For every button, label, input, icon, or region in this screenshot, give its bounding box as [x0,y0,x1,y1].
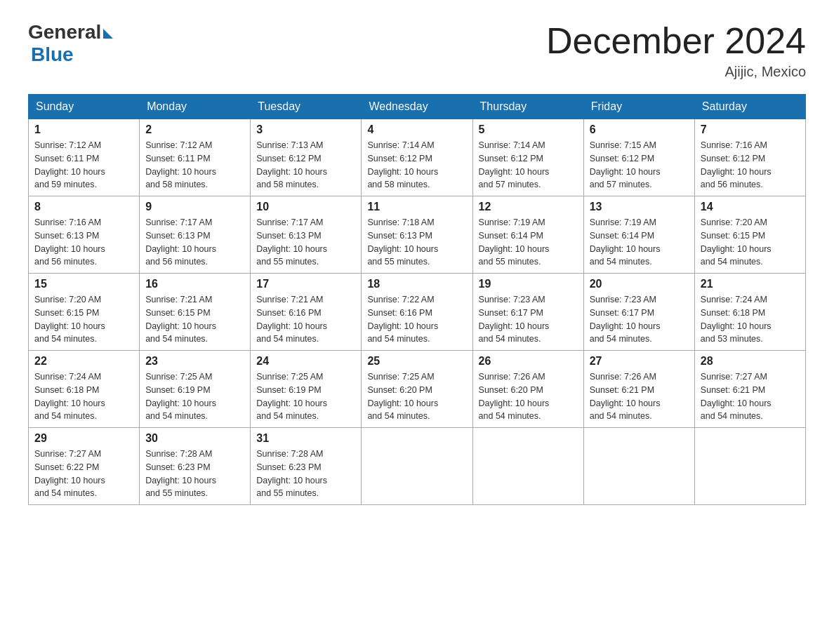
calendar-header-row: SundayMondayTuesdayWednesdayThursdayFrid… [29,95,806,119]
day-info: Sunrise: 7:17 AM Sunset: 6:13 PM Dayligh… [145,216,244,269]
day-info: Sunrise: 7:26 AM Sunset: 6:20 PM Dayligh… [479,370,578,423]
day-number: 5 [479,123,578,136]
day-number: 28 [701,355,800,368]
day-info: Sunrise: 7:14 AM Sunset: 6:12 PM Dayligh… [479,139,578,192]
day-number: 21 [701,278,800,290]
day-info: Sunrise: 7:14 AM Sunset: 6:12 PM Dayligh… [367,139,466,192]
calendar-day-cell: 16 Sunrise: 7:21 AM Sunset: 6:15 PM Dayl… [140,274,251,351]
logo: General Blue [28,21,113,66]
weekday-header: Saturday [694,95,805,119]
day-number: 22 [34,355,133,368]
logo-blue-text: Blue [31,43,74,66]
calendar-day-cell: 4 Sunrise: 7:14 AM Sunset: 6:12 PM Dayli… [362,119,472,196]
day-number: 17 [256,278,355,290]
day-info: Sunrise: 7:23 AM Sunset: 6:17 PM Dayligh… [590,293,689,346]
day-info: Sunrise: 7:19 AM Sunset: 6:14 PM Dayligh… [590,216,689,269]
weekday-header: Tuesday [251,95,362,119]
day-info: Sunrise: 7:23 AM Sunset: 6:17 PM Dayligh… [479,293,578,346]
day-number: 16 [145,278,244,290]
calendar-day-cell: 22 Sunrise: 7:24 AM Sunset: 6:18 PM Dayl… [29,351,140,428]
calendar-day-cell: 1 Sunrise: 7:12 AM Sunset: 6:11 PM Dayli… [29,119,140,196]
day-number: 20 [590,278,689,290]
day-number: 31 [256,432,355,445]
day-number: 8 [34,201,133,213]
calendar-day-cell: 20 Sunrise: 7:23 AM Sunset: 6:17 PM Dayl… [583,274,694,351]
day-info: Sunrise: 7:21 AM Sunset: 6:15 PM Dayligh… [145,293,244,346]
day-info: Sunrise: 7:24 AM Sunset: 6:18 PM Dayligh… [701,293,800,346]
day-info: Sunrise: 7:17 AM Sunset: 6:13 PM Dayligh… [256,216,355,269]
title-block: December 2024 Ajijic, Mexico [546,21,806,80]
calendar-day-cell [362,428,472,505]
calendar-day-cell: 19 Sunrise: 7:23 AM Sunset: 6:17 PM Dayl… [472,274,583,351]
day-info: Sunrise: 7:25 AM Sunset: 6:20 PM Dayligh… [367,370,466,423]
calendar-week-row: 8 Sunrise: 7:16 AM Sunset: 6:13 PM Dayli… [29,196,806,274]
day-number: 14 [701,201,800,213]
calendar-day-cell: 7 Sunrise: 7:16 AM Sunset: 6:12 PM Dayli… [694,119,805,196]
month-title: December 2024 [546,21,806,61]
weekday-header: Sunday [29,95,140,119]
calendar-day-cell: 15 Sunrise: 7:20 AM Sunset: 6:15 PM Dayl… [29,274,140,351]
weekday-header: Wednesday [362,95,472,119]
calendar-day-cell: 14 Sunrise: 7:20 AM Sunset: 6:15 PM Dayl… [694,196,805,274]
calendar-day-cell: 3 Sunrise: 7:13 AM Sunset: 6:12 PM Dayli… [251,119,362,196]
day-info: Sunrise: 7:26 AM Sunset: 6:21 PM Dayligh… [590,370,689,423]
day-number: 2 [145,123,244,136]
calendar-day-cell: 23 Sunrise: 7:25 AM Sunset: 6:19 PM Dayl… [140,351,251,428]
calendar-day-cell: 10 Sunrise: 7:17 AM Sunset: 6:13 PM Dayl… [251,196,362,274]
day-number: 10 [256,201,355,213]
day-info: Sunrise: 7:12 AM Sunset: 6:11 PM Dayligh… [145,139,244,192]
day-info: Sunrise: 7:27 AM Sunset: 6:21 PM Dayligh… [701,370,800,423]
calendar-day-cell: 13 Sunrise: 7:19 AM Sunset: 6:14 PM Dayl… [583,196,694,274]
day-info: Sunrise: 7:13 AM Sunset: 6:12 PM Dayligh… [256,139,355,192]
calendar-day-cell: 24 Sunrise: 7:25 AM Sunset: 6:19 PM Dayl… [251,351,362,428]
weekday-header: Friday [583,95,694,119]
page-header: General Blue December 2024 Ajijic, Mexic… [28,21,806,80]
day-number: 24 [256,355,355,368]
logo-general-text: General [28,21,101,43]
day-number: 4 [367,123,466,136]
calendar-day-cell: 25 Sunrise: 7:25 AM Sunset: 6:20 PM Dayl… [362,351,472,428]
logo-arrow-icon [103,29,113,39]
day-number: 6 [590,123,689,136]
calendar-week-row: 1 Sunrise: 7:12 AM Sunset: 6:11 PM Dayli… [29,119,806,196]
day-number: 15 [34,278,133,290]
day-number: 11 [367,201,466,213]
calendar-day-cell: 11 Sunrise: 7:18 AM Sunset: 6:13 PM Dayl… [362,196,472,274]
day-number: 23 [145,355,244,368]
calendar-day-cell: 28 Sunrise: 7:27 AM Sunset: 6:21 PM Dayl… [694,351,805,428]
day-info: Sunrise: 7:19 AM Sunset: 6:14 PM Dayligh… [479,216,578,269]
day-info: Sunrise: 7:27 AM Sunset: 6:22 PM Dayligh… [34,448,133,500]
calendar-day-cell: 9 Sunrise: 7:17 AM Sunset: 6:13 PM Dayli… [140,196,251,274]
day-number: 12 [479,201,578,213]
day-number: 30 [145,432,244,445]
calendar-day-cell [472,428,583,505]
day-info: Sunrise: 7:28 AM Sunset: 6:23 PM Dayligh… [256,448,355,500]
day-number: 26 [479,355,578,368]
day-info: Sunrise: 7:25 AM Sunset: 6:19 PM Dayligh… [256,370,355,423]
day-info: Sunrise: 7:24 AM Sunset: 6:18 PM Dayligh… [34,370,133,423]
calendar-day-cell [694,428,805,505]
calendar-day-cell: 31 Sunrise: 7:28 AM Sunset: 6:23 PM Dayl… [251,428,362,505]
calendar-day-cell: 21 Sunrise: 7:24 AM Sunset: 6:18 PM Dayl… [694,274,805,351]
day-info: Sunrise: 7:28 AM Sunset: 6:23 PM Dayligh… [145,448,244,500]
day-number: 19 [479,278,578,290]
weekday-header: Thursday [472,95,583,119]
day-info: Sunrise: 7:20 AM Sunset: 6:15 PM Dayligh… [701,216,800,269]
calendar-day-cell: 26 Sunrise: 7:26 AM Sunset: 6:20 PM Dayl… [472,351,583,428]
calendar-week-row: 15 Sunrise: 7:20 AM Sunset: 6:15 PM Dayl… [29,274,806,351]
calendar-day-cell: 12 Sunrise: 7:19 AM Sunset: 6:14 PM Dayl… [472,196,583,274]
day-number: 13 [590,201,689,213]
day-info: Sunrise: 7:16 AM Sunset: 6:13 PM Dayligh… [34,216,133,269]
day-number: 29 [34,432,133,445]
day-info: Sunrise: 7:18 AM Sunset: 6:13 PM Dayligh… [367,216,466,269]
day-info: Sunrise: 7:20 AM Sunset: 6:15 PM Dayligh… [34,293,133,346]
calendar-day-cell: 30 Sunrise: 7:28 AM Sunset: 6:23 PM Dayl… [140,428,251,505]
location-text: Ajijic, Mexico [546,64,806,80]
day-number: 1 [34,123,133,136]
day-info: Sunrise: 7:16 AM Sunset: 6:12 PM Dayligh… [701,139,800,192]
calendar-day-cell: 18 Sunrise: 7:22 AM Sunset: 6:16 PM Dayl… [362,274,472,351]
calendar-week-row: 22 Sunrise: 7:24 AM Sunset: 6:18 PM Dayl… [29,351,806,428]
calendar-day-cell: 17 Sunrise: 7:21 AM Sunset: 6:16 PM Dayl… [251,274,362,351]
calendar-day-cell: 6 Sunrise: 7:15 AM Sunset: 6:12 PM Dayli… [583,119,694,196]
day-number: 9 [145,201,244,213]
